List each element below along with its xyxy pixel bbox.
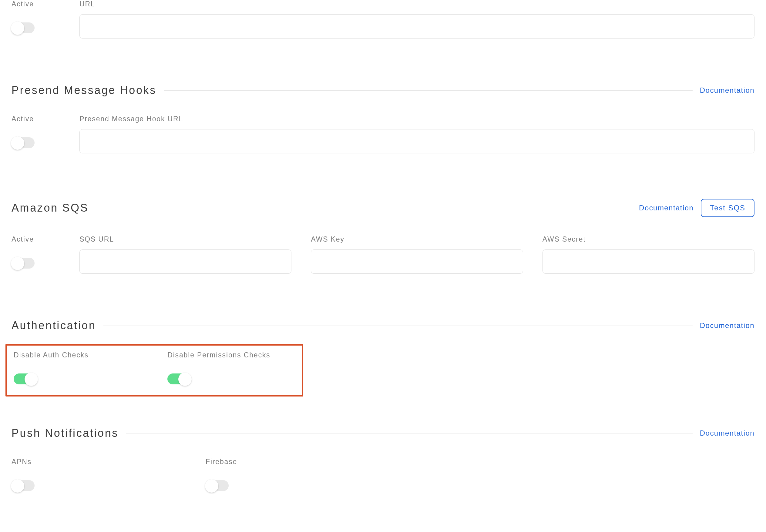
divider: [103, 326, 693, 326]
disable-permissions-label: Disable Permissions Checks: [167, 351, 270, 359]
webhook-active-label: Active: [12, 0, 60, 8]
presend-url-input[interactable]: [79, 129, 754, 153]
disable-auth-toggle[interactable]: [14, 372, 38, 386]
sqs-url-label: SQS URL: [79, 235, 291, 243]
apns-label: APNs: [12, 458, 36, 466]
firebase-label: Firebase: [206, 458, 237, 466]
aws-secret-input[interactable]: [543, 249, 754, 274]
push-section-header: Push Notifications Documentation: [12, 427, 754, 440]
disable-auth-label: Disable Auth Checks: [14, 351, 89, 359]
presend-active-label: Active: [12, 115, 60, 123]
aws-secret-label: AWS Secret: [543, 235, 754, 243]
disable-permissions-toggle[interactable]: [167, 372, 192, 386]
auth-highlight-box: Disable Auth Checks Disable Permissions …: [5, 344, 303, 396]
webhook-active-toggle[interactable]: [12, 21, 36, 35]
firebase-toggle[interactable]: [206, 479, 230, 493]
sqs-active-label: Active: [12, 235, 60, 243]
presend-section-header: Presend Message Hooks Documentation: [12, 84, 754, 97]
presend-url-label: Presend Message Hook URL: [79, 115, 754, 123]
sqs-url-input[interactable]: [79, 249, 291, 274]
webhook-url-label: URL: [79, 0, 754, 8]
presend-documentation-link[interactable]: Documentation: [700, 86, 754, 95]
divider: [164, 90, 693, 91]
auth-title: Authentication: [12, 319, 96, 332]
push-documentation-link[interactable]: Documentation: [700, 429, 754, 437]
divider: [96, 208, 632, 208]
sqs-row: Active SQS URL AWS Key AWS Secret: [12, 235, 754, 274]
webhook-row: Active URL: [12, 0, 754, 38]
test-sqs-button[interactable]: Test SQS: [701, 199, 754, 217]
push-title: Push Notifications: [12, 427, 119, 440]
aws-key-label: AWS Key: [311, 235, 523, 243]
auth-documentation-link[interactable]: Documentation: [700, 321, 754, 330]
presend-active-toggle[interactable]: [12, 136, 36, 150]
apns-toggle[interactable]: [12, 479, 36, 493]
webhook-url-input[interactable]: [79, 14, 754, 38]
sqs-section-header: Amazon SQS Documentation Test SQS: [12, 199, 754, 217]
push-row: APNs Firebase: [12, 458, 754, 493]
presend-title: Presend Message Hooks: [12, 84, 156, 97]
aws-key-input[interactable]: [311, 249, 523, 274]
presend-row: Active Presend Message Hook URL: [12, 115, 754, 153]
sqs-documentation-link[interactable]: Documentation: [639, 204, 694, 212]
sqs-title: Amazon SQS: [12, 202, 89, 214]
auth-section-header: Authentication Documentation: [12, 319, 754, 332]
sqs-active-toggle[interactable]: [12, 256, 36, 271]
